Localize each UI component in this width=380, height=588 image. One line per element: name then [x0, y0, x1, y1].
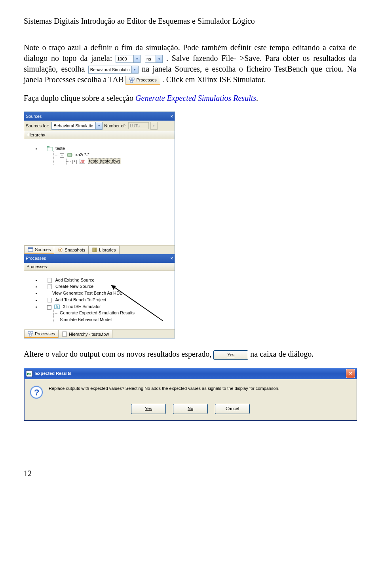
dialog-yes-button[interactable]: Yes [131, 404, 166, 414]
tree-project-root[interactable]: teste − xa2c*-* + teste (teste.tbw) [41, 145, 174, 165]
time-value-dropdown-icon[interactable]: ▾ [134, 55, 141, 63]
collapse-icon[interactable]: − [47, 305, 51, 310]
svg-text:ISE: ISE [27, 372, 33, 376]
page-header: Sistemas Digitais Introdução ao Editor d… [24, 16, 356, 26]
tab-hierarchy[interactable]: Hierarchy - teste.tbw [58, 330, 112, 338]
tab-sources[interactable]: Sources [24, 246, 54, 254]
proc-xilinx-sim-label: Xilinx ISE Simulator [63, 304, 101, 309]
p2-text-c: . [256, 94, 258, 102]
tab-libraries[interactable]: Libraries [88, 246, 119, 254]
proc-view-generated[interactable]: View Generated Test Bench As HDL [41, 290, 174, 297]
svg-rect-16 [94, 248, 95, 252]
svg-rect-24 [28, 331, 30, 333]
svg-rect-0 [129, 78, 131, 80]
tab-processes[interactable]: Processes [24, 330, 59, 338]
project-icon [47, 146, 53, 151]
sources-for-dropdown[interactable]: Behavioral Simulatic ▾ [51, 122, 103, 130]
processes-titlebar: Processes × [24, 254, 175, 263]
processes-tabs: Processes Hierarchy - teste.tbw [24, 329, 175, 338]
time-unit-input[interactable] [145, 55, 156, 63]
libraries-tab-icon [92, 247, 97, 253]
sources-title: Sources [26, 113, 42, 119]
proc-simulate-behavioral-label: Simulate Behavioral Model [60, 317, 112, 322]
dialog-no-button[interactable]: No [173, 404, 208, 414]
hierarchy-header: Hierarchy [24, 131, 175, 139]
sources-close-icon[interactable]: × [171, 113, 173, 119]
sources-tab-icon [28, 247, 33, 252]
processes-close-icon[interactable]: × [171, 255, 173, 261]
sources-toolbar: Sources for: Behavioral Simulatic ▾ Numb… [24, 121, 175, 131]
proc-create-new[interactable]: Create New Source [41, 283, 174, 290]
chip-icon [67, 153, 72, 157]
tab-libraries-label: Libraries [99, 247, 116, 253]
hierarchy-tab-icon [62, 331, 67, 337]
processes-header: Processes: [24, 263, 175, 271]
behavioral-simulation-value: Behavioral Simulatic [88, 66, 132, 74]
new-file-icon [47, 284, 53, 289]
proc-add-testbench[interactable]: Add Test Bench To Project [41, 297, 174, 303]
yes-button-label: Yes [227, 352, 234, 357]
p3-text-a: Altere o valor do output com os novos re… [24, 350, 213, 358]
dialog-buttons: Yes No Cancel [24, 401, 357, 420]
dialog-close-button[interactable]: ✕ [346, 369, 355, 378]
svg-rect-1 [132, 78, 134, 80]
svg-rect-2 [131, 81, 133, 83]
dialog-message: Replace outputs with expected values? Se… [49, 386, 279, 391]
tab-snapshots[interactable]: Snapshots [54, 246, 89, 254]
proc-simulate-behavioral[interactable]: Simulate Behavioral Model [53, 316, 174, 323]
svg-rect-26 [29, 334, 31, 336]
time-unit-combo[interactable]: ▾ [145, 55, 163, 63]
sources-for-label: Sources for: [26, 123, 50, 129]
proc-generate-expected[interactable]: Generate Expected Simulation Results [53, 310, 174, 316]
yes-button-inline[interactable]: Yes [213, 350, 248, 360]
proc-generate-expected-label: Generate Expected Simulation Results [60, 310, 135, 315]
number-of-value [128, 122, 149, 129]
page-number: 12 [24, 468, 356, 479]
time-value-input[interactable] [116, 55, 134, 63]
tree-chip[interactable]: − xa2c*-* + teste (teste.tbw) [53, 151, 174, 165]
proc-add-testbench-label: Add Test Bench To Project [55, 297, 106, 302]
svg-rect-18 [48, 278, 51, 283]
paragraph-1: Note o traço azul a definir o fim da sim… [24, 42, 356, 85]
dialog-titlebar: ISE Expected Results ✕ [24, 368, 357, 379]
proc-create-new-label: Create New Source [55, 284, 93, 289]
processes-tab-icon [28, 331, 33, 337]
simulator-icon [54, 304, 60, 309]
behavioral-simulation-dropdown[interactable]: Behavioral Simulatic ▾ [88, 66, 139, 74]
question-icon: ? [30, 386, 43, 399]
svg-rect-5 [68, 153, 72, 157]
svg-rect-25 [31, 331, 33, 333]
tree-project-label: teste [55, 146, 65, 151]
sources-titlebar: Sources × [24, 112, 175, 121]
svg-point-14 [59, 249, 61, 251]
tree-testbench-file[interactable]: + teste (teste.tbw) [66, 158, 174, 164]
spacer-icon [47, 291, 49, 296]
sources-tree[interactable]: teste − xa2c*-* + teste (teste.tbw) [24, 139, 175, 245]
processes-tree[interactable]: Add Existing Source Create New Source Vi… [24, 271, 175, 329]
ise-panel: Sources × Sources for: Behavioral Simula… [24, 112, 175, 338]
proc-add-existing[interactable]: Add Existing Source [41, 277, 174, 284]
time-unit-dropdown-icon[interactable]: ▾ [156, 55, 163, 63]
expand-icon[interactable]: + [72, 160, 77, 164]
tab-processes-label: Processes [35, 331, 55, 337]
tree-chip-label: xa2c*-* [75, 152, 89, 157]
ise-app-icon: ISE [26, 370, 33, 377]
waveform-file-icon [80, 159, 85, 164]
svg-text:?: ? [34, 388, 39, 397]
tab-snapshots-label: Snapshots [65, 247, 85, 253]
dialog-cancel-label: Cancel [226, 406, 239, 412]
sources-for-value: Behavioral Simulatic [51, 122, 96, 130]
chevron-down-icon[interactable]: ▾ [96, 122, 103, 130]
collapse-icon[interactable]: − [60, 153, 64, 158]
svg-rect-20 [48, 298, 51, 303]
time-value-combo[interactable]: ▾ [116, 55, 141, 63]
processes-tab-label: Processes [136, 77, 156, 83]
processes-tab-chip[interactable]: Processes [125, 76, 160, 85]
dialog-cancel-button[interactable]: Cancel [215, 404, 250, 414]
snapshots-tab-icon [57, 247, 63, 253]
number-of-dropdown-icon: ▾ [150, 122, 158, 130]
behavioral-simulation-dropdown-icon[interactable]: ▾ [132, 66, 139, 74]
processes-icon [129, 78, 135, 83]
file-icon [47, 298, 53, 303]
proc-xilinx-sim[interactable]: − Xilinx ISE Simulator Generate Expected… [41, 303, 174, 323]
